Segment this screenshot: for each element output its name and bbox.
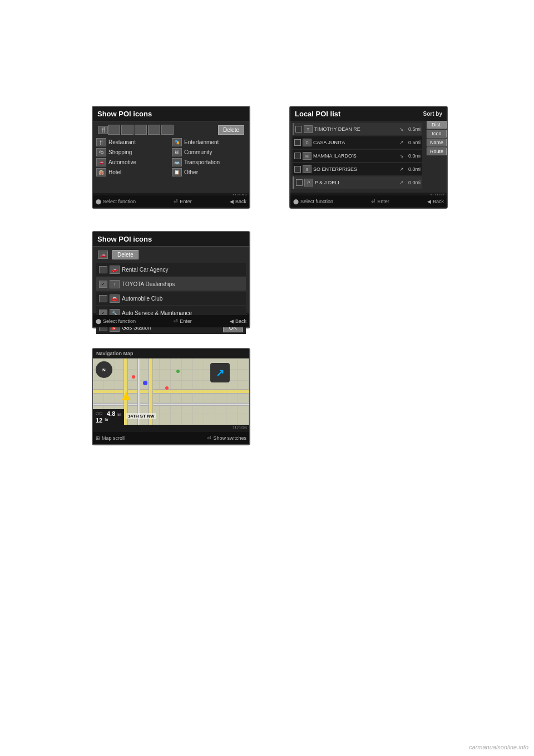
transportation-label: Transportation — [184, 159, 220, 165]
category-grid: 🍴 Restaurant 🎭 Entertainment 🛍 Shopping … — [96, 138, 246, 176]
current-position — [122, 392, 131, 400]
category-shopping: 🛍 Shopping — [96, 148, 170, 156]
filled-box-2 — [121, 125, 134, 135]
time-info: 12 hr — [96, 417, 121, 424]
checklist-rental[interactable]: 🚗 Rental Car Agency — [96, 263, 246, 276]
sort-icon-button[interactable]: Icon — [427, 130, 447, 138]
poi-name-1: TIMOTHY DEAN RE — [314, 126, 398, 132]
poi-checkbox-2[interactable] — [294, 139, 301, 146]
panel4-title: Navigation Map — [93, 349, 249, 359]
panel3-title-text: Show POI icons — [97, 235, 152, 243]
panel4-statusbar: ⊞ Map scroll ⏎ Show switches — [93, 432, 249, 444]
panel1-enter-text: Enter — [180, 199, 192, 204]
panel-show-poi2: Show POI icons 🚗 Delete 🚗 Rental Car Age… — [92, 231, 250, 328]
transportation-icon: 🚌 — [172, 158, 182, 166]
autoclub-label: Automobile Club — [122, 296, 243, 302]
panel3-status-back: ◀ Back — [230, 318, 246, 324]
panel2-statusbar: ⬤ Select function ⏎ Enter ◀ Back — [290, 195, 447, 208]
map-content: N ↗ ⬡⬡ 4.8 mi — [93, 359, 249, 425]
filled-box-3 — [135, 125, 147, 135]
poi-arrow-1: ↘ — [399, 126, 404, 132]
panel1-title: Show POI icons — [93, 107, 249, 121]
poi-arrow-5: ↗ — [399, 180, 404, 185]
check-icon-3[interactable] — [99, 295, 107, 302]
poi-row-1[interactable]: T TIMOTHY DEAN RE ↘ 0.5mi — [293, 123, 422, 135]
category-community: 🏛 Community — [172, 148, 246, 156]
arrow-direction: ↗ — [216, 367, 224, 379]
enter-icon2: ⏎ — [371, 199, 375, 204]
category-automotive: 🚗 Automotive — [96, 158, 170, 166]
panel1-status-select: ⬤ Select function — [96, 199, 136, 204]
poi-checkbox-4[interactable] — [294, 166, 301, 173]
poi-arrow-2: ↗ — [399, 140, 404, 145]
panel-map: Navigation Map N ↗ — [92, 348, 250, 445]
back-icon3: ◀ — [230, 318, 234, 324]
poi-name-2: CASA JUNITA — [313, 140, 398, 145]
panel3-delete-button[interactable]: Delete — [112, 250, 139, 259]
delete-button[interactable]: Delete — [218, 125, 244, 135]
restaurant-icon: 🍴 — [96, 138, 106, 146]
rental-icon: 🚗 — [110, 266, 120, 274]
check-icon-1[interactable] — [99, 266, 107, 273]
time-value: 12 — [96, 417, 102, 424]
poi-row-3[interactable]: M MAMMA ILARDO'S ↘ 0.0mi — [293, 150, 422, 162]
toyota-icon: T — [110, 280, 120, 288]
restaurant-label: Restaurant — [108, 139, 136, 145]
compass-n-label: N — [102, 367, 106, 372]
panel2-title-text: Local POI list — [295, 110, 340, 118]
category-other: 📋 Other — [172, 168, 246, 176]
poi-name-4: SO ENTERPRISES — [313, 166, 398, 172]
panel1-icon-row: 🍴 Delete — [96, 124, 246, 136]
poi-checkbox-3[interactable] — [294, 153, 301, 159]
sort-name-button[interactable]: Name — [427, 139, 447, 146]
poi-name-5: P & J DELI — [315, 180, 398, 185]
road-horizontal-1 — [93, 389, 249, 394]
switches-text: Show switches — [213, 435, 246, 441]
poi-row-4[interactable]: S SO ENTERPRISES ↗ 0.0mi — [293, 163, 422, 175]
poi-dist-3: 0.0mi — [405, 153, 421, 159]
back-icon2: ◀ — [427, 199, 431, 204]
panel-show-poi: Show POI icons 🍴 Delete 🍴 Restauran — [92, 106, 250, 209]
filled-box-1 — [108, 125, 120, 135]
poi-dot-3 — [165, 386, 169, 390]
panel3-select-text: Select function — [103, 318, 136, 324]
sort-dist-button[interactable]: Dist. — [427, 121, 447, 129]
poi-name-3: MAMMA ILARDO'S — [313, 153, 398, 159]
check-icon-2[interactable]: ✓ — [99, 281, 107, 288]
compass: N — [96, 361, 112, 378]
select-dot-icon: ⬤ — [96, 199, 101, 204]
checklist-autoclub[interactable]: 🚘 Automobile Club — [96, 292, 246, 305]
panel3-back-text: Back — [235, 318, 246, 324]
community-label: Community — [184, 149, 212, 155]
sort-route-button[interactable]: Route — [427, 148, 447, 155]
checklist-toyota[interactable]: ✓ T TOYOTA Dealerships — [96, 277, 246, 291]
street-label: 14TH ST NW — [126, 413, 156, 419]
restaurant-icon-main: 🍴 — [98, 126, 108, 134]
poi-icon-5: P — [304, 179, 313, 186]
category-restaurant: 🍴 Restaurant — [96, 138, 170, 146]
filled-box-4 — [148, 125, 160, 135]
category-transportation: 🚌 Transportation — [172, 158, 246, 166]
poi-row-2[interactable]: C CASA JUNITA ↗ 0.5mi — [293, 136, 422, 149]
panel3-status-enter: ⏎ Enter — [174, 318, 192, 324]
panel2-status-select: ⬤ Select function — [293, 199, 333, 204]
poi-row-5[interactable]: P P & J DELI ↗ 0.0mi — [293, 176, 422, 189]
map-scroll-icon: ⊞ — [96, 435, 100, 441]
turn-arrow: ↗ — [210, 363, 230, 382]
panel2-content: Dist. Icon Name Route T TIMOTHY DEAN RE … — [290, 121, 447, 193]
autoclub-icon: 🚘 — [110, 294, 120, 303]
map-icons-row: ⬡⬡ — [96, 411, 102, 416]
panel-local-poi: Local POI list Sort by Dist. Icon Name R… — [289, 106, 448, 209]
poi-checkbox-5[interactable] — [296, 179, 303, 186]
poi-icon-3: M — [303, 152, 312, 160]
other-icon: 📋 — [172, 168, 182, 176]
sort-buttons: Dist. Icon Name Route — [425, 121, 447, 155]
poi-arrow-4: ↗ — [399, 166, 404, 172]
panel2-title-bar: Local POI list Sort by — [290, 107, 447, 121]
panel2-status-back: ◀ Back — [427, 199, 444, 204]
map-stats: ⬡⬡ 4.8 mi — [96, 410, 121, 417]
poi-checkbox-1[interactable] — [295, 126, 302, 132]
entertainment-label: Entertainment — [184, 139, 219, 145]
panel3-icon-row: 🚗 Delete — [96, 249, 246, 261]
panel3-statusbar: ⬤ Select function ⏎ Enter ◀ Back — [93, 315, 249, 327]
